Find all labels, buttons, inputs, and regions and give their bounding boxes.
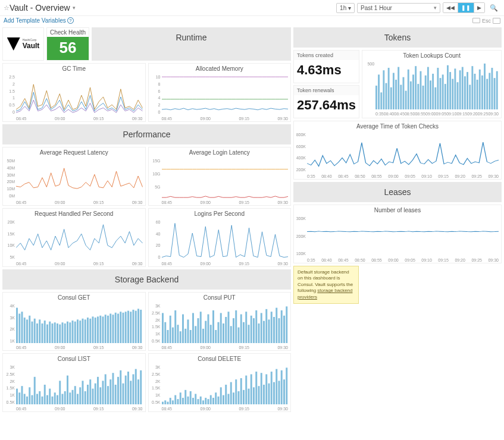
stat-tokens-created[interactable]: Tokens created 4.63ms bbox=[293, 50, 359, 83]
svg-rect-192 bbox=[268, 384, 270, 404]
svg-rect-9 bbox=[39, 319, 40, 343]
svg-rect-207 bbox=[393, 73, 395, 109]
svg-rect-146 bbox=[133, 374, 134, 404]
svg-rect-95 bbox=[276, 308, 277, 343]
section-runtime[interactable]: Runtime bbox=[92, 27, 291, 61]
pause-icon[interactable]: ❚❚ bbox=[458, 3, 474, 12]
svg-rect-232 bbox=[455, 68, 456, 109]
panel-logins-per-second[interactable]: Logins Per Second604020008:4509:0009:150… bbox=[148, 208, 292, 267]
svg-rect-53 bbox=[169, 316, 171, 343]
svg-rect-230 bbox=[449, 72, 451, 109]
svg-rect-202 bbox=[380, 92, 382, 109]
svg-rect-156 bbox=[177, 399, 179, 404]
svg-rect-199 bbox=[286, 367, 287, 404]
svg-rect-249 bbox=[496, 71, 498, 109]
panel-avg-login-latency[interactable]: Average Login Latency15G10G5G08:4509:000… bbox=[148, 147, 292, 206]
panel-requests-per-second[interactable]: Request Handled Per Second20K15K10K5K08:… bbox=[2, 208, 146, 267]
svg-rect-7 bbox=[34, 319, 36, 343]
svg-rect-157 bbox=[179, 392, 181, 404]
svg-rect-226 bbox=[440, 78, 442, 109]
time-granularity-select[interactable]: 1h ▾ bbox=[336, 3, 355, 13]
svg-rect-76 bbox=[227, 312, 229, 343]
svg-rect-117 bbox=[59, 381, 61, 404]
panel-title: Number of leases bbox=[294, 205, 501, 215]
svg-rect-243 bbox=[481, 76, 483, 109]
rewind-icon[interactable]: ◀◀ bbox=[443, 3, 458, 12]
svg-rect-104 bbox=[26, 397, 28, 404]
svg-rect-165 bbox=[199, 397, 201, 404]
panel-consul-list[interactable]: Consul LIST3K2.5K2K1.5K1K0.5K08:4509:000… bbox=[2, 353, 146, 412]
add-template-variables-link[interactable]: Add Template Variables bbox=[4, 17, 66, 24]
svg-rect-240 bbox=[474, 74, 476, 109]
section-tokens[interactable]: Tokens bbox=[293, 27, 502, 48]
tv-mode-icon[interactable] bbox=[472, 18, 480, 23]
left-column: HashiCorp Vault Check Health 56 Runtime … bbox=[2, 27, 291, 412]
help-icon[interactable]: ? bbox=[67, 17, 74, 24]
svg-rect-223 bbox=[432, 74, 434, 109]
svg-rect-169 bbox=[209, 395, 211, 404]
panel-title: Token Lookups Count bbox=[362, 51, 501, 61]
svg-rect-162 bbox=[192, 398, 194, 404]
svg-rect-177 bbox=[230, 382, 231, 404]
time-range-select[interactable]: Past 1 Hour▾ bbox=[357, 3, 440, 13]
svg-rect-215 bbox=[412, 74, 414, 109]
panel-consul-get[interactable]: Consul GET4K3K2K1K08:4509:0009:1509:30 bbox=[2, 292, 146, 351]
svg-rect-139 bbox=[115, 385, 117, 404]
svg-rect-91 bbox=[265, 309, 267, 343]
health-label: Check Health bbox=[47, 28, 89, 37]
svg-rect-171 bbox=[215, 392, 217, 404]
svg-rect-160 bbox=[187, 397, 189, 404]
svg-rect-27 bbox=[84, 319, 86, 343]
svg-rect-196 bbox=[278, 381, 280, 404]
panel-consul-delete[interactable]: Consul DELETE3K2.5K2K1.5K1K0.5K08:4509:0… bbox=[148, 353, 292, 412]
panel-avg-token-checks[interactable]: Average Time of Token Checks800K600K400K… bbox=[293, 121, 502, 180]
svg-rect-32 bbox=[97, 316, 99, 343]
stat-token-renewals[interactable]: Token renewals 257.64ms bbox=[293, 85, 359, 118]
section-performance[interactable]: Performance bbox=[2, 124, 291, 144]
panel-title: Consul PUT bbox=[149, 293, 291, 303]
dashboard-title[interactable]: Vault - Overview ▾ bbox=[10, 3, 76, 12]
svg-rect-62 bbox=[192, 313, 194, 343]
svg-rect-245 bbox=[486, 79, 488, 109]
panel-title: Allocated Memory bbox=[149, 64, 291, 74]
panel-gc-time[interactable]: GC Time2.521.510.5008:4509:0009:1509:30 bbox=[2, 63, 146, 122]
section-storage-backend[interactable]: Storage Backend bbox=[2, 269, 291, 290]
svg-rect-238 bbox=[469, 85, 471, 109]
section-leases[interactable]: Leases bbox=[293, 182, 502, 202]
star-icon[interactable]: ☆ bbox=[4, 4, 10, 12]
chevron-down-icon: ▾ bbox=[73, 5, 76, 11]
svg-rect-213 bbox=[408, 70, 409, 109]
svg-rect-102 bbox=[21, 386, 23, 404]
panel-allocated-memory[interactable]: Allocated Memory108642008:4509:0009:1509… bbox=[148, 63, 292, 122]
svg-rect-67 bbox=[205, 321, 206, 343]
svg-rect-36 bbox=[107, 316, 109, 343]
svg-rect-210 bbox=[400, 85, 402, 109]
svg-rect-78 bbox=[233, 318, 234, 343]
svg-rect-237 bbox=[467, 72, 468, 109]
panel-avg-request-latency[interactable]: Average Request Latency50M40M30M20M10M0M… bbox=[2, 147, 146, 206]
svg-rect-175 bbox=[225, 385, 227, 404]
search-icon[interactable]: 🔍 bbox=[487, 3, 500, 13]
svg-rect-190 bbox=[263, 385, 265, 404]
svg-rect-149 bbox=[140, 370, 142, 404]
svg-rect-151 bbox=[164, 400, 166, 404]
svg-rect-130 bbox=[92, 389, 94, 404]
panel-title: Average Time of Token Checks bbox=[294, 121, 501, 131]
panel-number-of-leases[interactable]: Number of leases300K200K100K0:3508:4008:… bbox=[293, 205, 502, 263]
playback-controls: ◀◀ ❚❚ ▶ bbox=[443, 2, 485, 13]
svg-rect-63 bbox=[195, 326, 196, 343]
svg-rect-97 bbox=[280, 310, 282, 343]
svg-rect-57 bbox=[179, 331, 181, 343]
svg-rect-81 bbox=[240, 315, 242, 343]
forward-icon[interactable]: ▶ bbox=[474, 3, 484, 12]
svg-rect-185 bbox=[250, 374, 252, 404]
svg-rect-10 bbox=[42, 323, 43, 343]
fullscreen-icon[interactable] bbox=[493, 18, 500, 24]
svg-rect-107 bbox=[34, 377, 36, 404]
panel-token-lookups[interactable]: Token Lookups Count5000:3508:4008:4508:5… bbox=[362, 50, 502, 118]
svg-rect-24 bbox=[77, 319, 79, 343]
panel-consul-put[interactable]: Consul PUT3K2.5K2K1.5K1K0.5K08:4509:0009… bbox=[148, 292, 292, 351]
check-health-panel[interactable]: Check Health 56 bbox=[46, 27, 89, 61]
svg-rect-79 bbox=[235, 310, 237, 343]
svg-rect-61 bbox=[189, 330, 191, 343]
